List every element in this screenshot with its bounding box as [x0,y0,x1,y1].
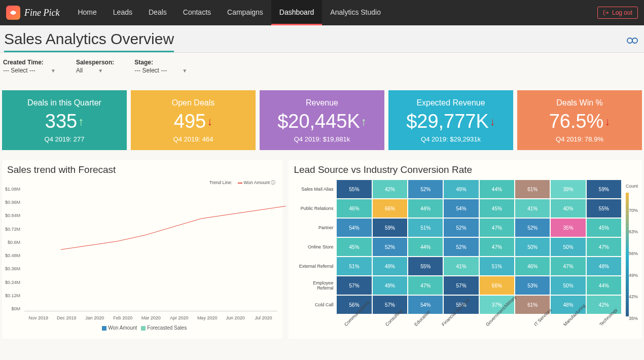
svg-point-0 [627,38,632,43]
heatmap-cell[interactable]: 51% [337,257,371,275]
heatmap-cell[interactable]: 41% [444,257,478,275]
heatmap-cell[interactable]: 35% [551,219,585,237]
heatmap-cell[interactable]: 42% [373,180,407,198]
nav-item-analytics-studio[interactable]: Analytics Studio [322,0,389,25]
heatmap-cell[interactable]: 51% [480,257,514,275]
heatmap-cell[interactable]: 49% [444,180,478,198]
heatmap-cell[interactable]: 57% [444,276,478,295]
heatmap-cell[interactable]: 50% [551,238,585,256]
heatmap-panel: Lead Source vs Industry Conversion Rate … [289,160,642,339]
heatmap-cell[interactable]: 66% [480,276,514,295]
heatmap-cell[interactable]: 44% [408,238,443,256]
panel-title: Sales trend with Forecast [2,160,282,179]
link-icon[interactable] [625,34,640,49]
heatmap-cell[interactable]: 52% [373,238,407,256]
trend-arrow-icon: ↑ [78,115,84,128]
heatmap-cell[interactable]: 52% [444,219,478,237]
top-nav: Fine Pick HomeLeadsDealsContactsCampaign… [0,0,644,25]
heatmap-cell[interactable]: 44% [480,180,514,198]
heatmap-cell[interactable]: 47% [587,238,621,256]
heatmap-cell[interactable]: 50% [515,238,550,256]
filter-2: Stage:--- Select ---▼ [134,59,187,74]
trend-arrow-icon: ↓ [490,115,495,128]
heatmap-cell[interactable]: 44% [587,276,621,295]
heatmap-cell[interactable]: 45% [337,238,371,256]
heatmap-cell[interactable]: 54% [337,219,371,237]
heatmap-cell[interactable]: 47% [551,257,585,275]
heatmap-row: Employee Referral57%49%47%57%66%53%50%44… [296,276,622,295]
filter-1: Salesperson:All▼ [76,59,114,74]
heatmap-cell[interactable]: 52% [515,219,550,237]
heatmap-row: Sales Mail Alias55%42%52%49%44%61%39%59% [296,179,622,199]
heatmap-cell[interactable]: 59% [373,219,407,237]
heatmap-cell[interactable]: 47% [480,238,514,256]
heatmap-cell[interactable]: 49% [373,276,407,295]
heatmap: Sales Mail Alias55%42%52%49%44%61%39%59%… [289,179,642,339]
heatmap-cell[interactable]: 55% [408,257,443,275]
trend-arrow-icon: ↑ [361,115,367,128]
heatmap-cell[interactable]: 66% [373,199,407,218]
sales-trend-panel: Sales trend with Forecast Trend Line: Wo… [2,160,282,339]
page-title: Sales Analytics Overview [4,30,174,52]
heatmap-cell[interactable]: 48% [587,257,621,275]
heatmap-cell[interactable]: 45% [480,199,514,218]
filter-select[interactable]: --- Select ---▼ [3,67,56,74]
heatmap-cell[interactable]: 39% [551,180,585,198]
heatmap-cell[interactable]: 46% [337,199,371,218]
heatmap-cell[interactable]: 41% [515,199,550,218]
heatmap-cell[interactable]: 51% [408,219,443,237]
svg-point-1 [632,38,637,43]
trend-arrow-icon: ↓ [207,115,212,128]
heatmap-row: Online Store45%52%44%52%47%50%50%47% [296,237,622,257]
chevron-down-icon: ▼ [182,68,187,74]
heatmap-cell[interactable]: 53% [515,276,550,295]
nav-item-contacts[interactable]: Contacts [175,0,219,25]
kpi-card: Expected Revenue$29,777K↓Q4 2019: $29,29… [388,90,513,150]
heatmap-cell[interactable]: 52% [444,238,478,256]
heatmap-cell[interactable]: 57% [337,276,371,295]
panels: Sales trend with Forecast Trend Line: Wo… [0,154,644,345]
heatmap-cell[interactable]: 54% [444,199,478,218]
heatmap-cell[interactable]: 55% [587,199,621,218]
kpi-card: Deals Win %76.5%↓Q4 2019: 78.9% [517,90,642,150]
nav-items: HomeLeadsDealsContactsCampaignsDashboard… [69,0,389,25]
nav-item-campaigns[interactable]: Campaigns [219,0,271,25]
heatmap-cell[interactable]: 61% [515,180,550,198]
kpi-card: Open Deals495↓Q4 2019: 464 [131,90,256,150]
heatmap-cell[interactable]: 50% [551,276,585,295]
heatmap-cell[interactable]: 40% [551,199,585,218]
trend-arrow-icon: ↓ [604,115,610,128]
kpi-card: Revenue$20,445K↑Q4 2019: $19,881k [260,90,384,150]
heatmap-cell[interactable]: 59% [587,180,621,198]
logout-icon [603,10,609,16]
heatmap-cell[interactable]: 55% [337,180,371,198]
logout-button[interactable]: Log out [597,7,638,19]
panel-title: Lead Source vs Industry Conversion Rate [289,160,642,179]
heatmap-row: Partner54%59%51%52%47%52%35%45% [296,218,622,237]
heatmap-cell[interactable]: 45% [587,219,621,237]
filters: Created Time:--- Select ---▼Salesperson:… [0,53,644,80]
brand-name: Fine Pick [24,8,59,18]
heatmap-cell[interactable]: 47% [408,276,443,295]
nav-item-home[interactable]: Home [69,0,104,25]
filter-0: Created Time:--- Select ---▼ [3,59,56,74]
filter-select[interactable]: --- Select ---▼ [134,67,187,74]
chevron-down-icon: ▼ [51,68,56,74]
heatmap-row: External Referral51%49%55%41%51%46%47%48… [296,257,622,276]
title-bar: Sales Analytics Overview [0,25,644,53]
brand-logo: Fine Pick [6,6,59,20]
kpi-cards: Deals in this Quarter335↑Q4 2019: 277Ope… [0,80,644,154]
kpi-card: Deals in this Quarter335↑Q4 2019: 277 [2,90,127,150]
nav-item-dashboard[interactable]: Dashboard [271,0,323,25]
heatmap-cell[interactable]: 46% [515,257,550,275]
heatmap-cell[interactable]: 49% [373,257,407,275]
heatmap-cell[interactable]: 44% [408,199,443,218]
nav-item-leads[interactable]: Leads [105,0,140,25]
nav-item-deals[interactable]: Deals [140,0,175,25]
heatmap-cell[interactable]: 47% [480,219,514,237]
brand-icon [6,6,20,20]
heatmap-cell[interactable]: 52% [408,180,443,198]
heatmap-row: Public Relations46%66%44%54%45%41%40%55% [296,199,622,218]
filter-select[interactable]: All▼ [76,67,114,74]
chevron-down-icon: ▼ [98,68,103,74]
